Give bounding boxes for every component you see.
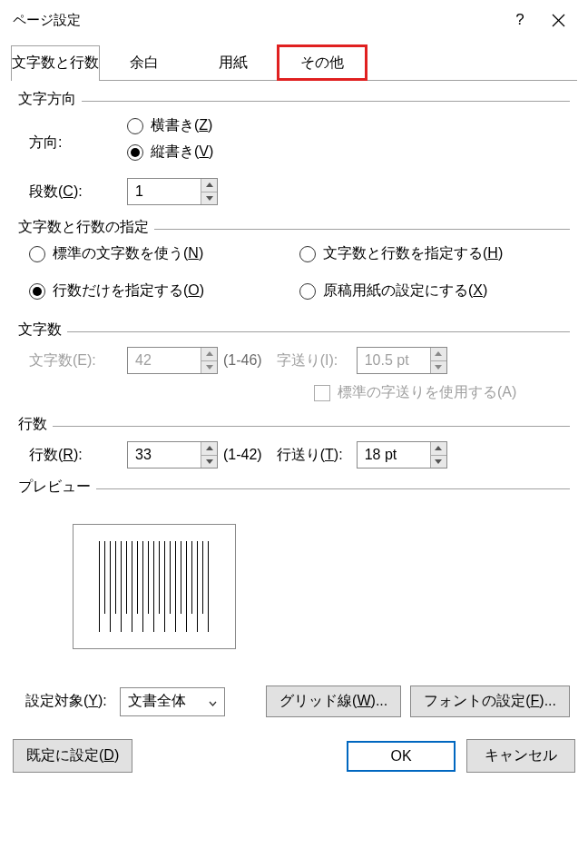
dialog-title: ページ設定 — [13, 12, 501, 29]
section-lines-header: 行数 — [18, 415, 570, 434]
tab-chars-lines[interactable]: 文字数と行数 — [11, 45, 100, 80]
radio-vertical-label: 縦書き(V) — [151, 143, 213, 162]
char-count-spinner — [127, 347, 218, 374]
grid-lines-button[interactable]: グリッド線(W)... — [266, 686, 401, 717]
columns-label: 段数(C): — [29, 182, 127, 202]
spinner-up-button[interactable] — [431, 442, 446, 456]
svg-marker-7 — [435, 365, 442, 370]
char-pitch-input — [358, 348, 430, 373]
section-preview-label: プレビュー — [18, 478, 96, 497]
apply-to-label: 設定対象(Y): — [25, 692, 107, 711]
spinner-down-button[interactable] — [201, 192, 217, 205]
line-count-label: 行数(R): — [29, 446, 127, 465]
spinner-up-button — [431, 348, 446, 361]
columns-spinner[interactable] — [127, 178, 218, 205]
line-pitch-spinner[interactable] — [357, 441, 447, 469]
line-pitch-input[interactable] — [358, 442, 430, 468]
apply-to-select[interactable]: 文書全体 — [120, 687, 225, 716]
spinner-down-button[interactable] — [201, 456, 217, 469]
radio-icon — [299, 246, 316, 262]
columns-input[interactable] — [128, 179, 201, 204]
svg-marker-3 — [206, 196, 213, 201]
chevron-down-icon — [205, 694, 220, 709]
font-settings-button[interactable]: フォントの設定(F)... — [410, 686, 570, 717]
char-pitch-spinner — [357, 347, 447, 374]
divider — [53, 426, 570, 427]
section-spec-header: 文字数と行数の指定 — [18, 218, 570, 237]
use-standard-pitch-label: 標準の字送りを使用する(A) — [338, 383, 516, 402]
use-standard-pitch-checkbox — [314, 385, 330, 401]
divider — [154, 229, 570, 230]
cancel-button[interactable]: キャンセル — [466, 739, 575, 773]
section-preview-header: プレビュー — [18, 478, 570, 497]
tab-paper[interactable]: 用紙 — [189, 45, 278, 80]
dialog-footer: 既定に設定(D) OK キャンセル — [0, 730, 588, 782]
radio-horizontal[interactable]: 横書き(Z) — [127, 116, 570, 135]
section-direction-label: 文字方向 — [18, 90, 82, 109]
preview-box — [73, 524, 236, 649]
radio-grid-paper-label: 原稿用紙の設定にする(X) — [323, 281, 487, 301]
radio-icon — [29, 246, 45, 262]
radio-vertical[interactable]: 縦書き(V) — [127, 143, 570, 162]
char-count-label: 文字数(E): — [29, 351, 127, 370]
section-direction-header: 文字方向 — [18, 90, 570, 109]
svg-marker-4 — [206, 351, 213, 356]
radio-lines-only[interactable]: 行数だけを指定する(O) — [29, 281, 299, 301]
divider — [82, 101, 570, 102]
close-icon — [552, 14, 565, 27]
spinner-down-button — [431, 361, 446, 374]
apply-to-value: 文書全体 — [128, 692, 205, 711]
set-default-button[interactable]: 既定に設定(D) — [13, 739, 132, 773]
spinner-down-button — [201, 361, 217, 374]
help-button[interactable]: ? — [501, 7, 539, 33]
spinner-up-button[interactable] — [201, 179, 217, 192]
radio-icon — [29, 283, 45, 300]
svg-marker-8 — [206, 446, 213, 450]
char-count-range: (1-46) — [223, 352, 262, 369]
char-count-input — [128, 348, 201, 373]
spinner-up-button[interactable] — [201, 442, 217, 456]
radio-lines-only-label: 行数だけを指定する(O) — [53, 281, 204, 301]
radio-standard-label: 標準の文字数を使う(N) — [53, 244, 203, 263]
svg-marker-5 — [206, 365, 213, 370]
spinner-up-button — [201, 348, 217, 361]
svg-marker-11 — [435, 459, 442, 464]
line-count-range: (1-42) — [223, 447, 262, 463]
radio-specify[interactable]: 文字数と行数を指定する(H) — [299, 244, 570, 263]
section-chars-header: 文字数 — [18, 321, 570, 340]
radio-icon — [127, 118, 143, 134]
section-chars-label: 文字数 — [18, 321, 67, 340]
radio-icon — [127, 144, 143, 161]
section-lines-label: 行数 — [18, 415, 53, 434]
divider — [96, 488, 570, 489]
ok-button[interactable]: OK — [347, 741, 456, 772]
divider — [67, 331, 570, 332]
radio-icon — [299, 283, 316, 300]
line-count-spinner[interactable] — [127, 441, 218, 469]
direction-label: 方向: — [29, 133, 127, 153]
tab-strip: 文字数と行数 余白 用紙 その他 — [11, 45, 577, 81]
titlebar: ページ設定 ? — [0, 0, 588, 40]
radio-specify-label: 文字数と行数を指定する(H) — [323, 244, 503, 263]
radio-standard[interactable]: 標準の文字数を使う(N) — [29, 244, 299, 263]
svg-marker-2 — [206, 182, 213, 187]
svg-marker-9 — [206, 459, 213, 464]
close-button[interactable] — [539, 7, 577, 33]
tab-other[interactable]: その他 — [278, 45, 367, 80]
section-spec-label: 文字数と行数の指定 — [18, 218, 154, 237]
spinner-down-button[interactable] — [431, 456, 446, 469]
svg-marker-6 — [435, 351, 442, 356]
char-pitch-label: 字送り(I): — [277, 351, 357, 370]
radio-grid-paper[interactable]: 原稿用紙の設定にする(X) — [299, 281, 570, 301]
line-count-input[interactable] — [128, 442, 201, 468]
tab-margins[interactable]: 余白 — [100, 45, 189, 80]
radio-horizontal-label: 横書き(Z) — [151, 116, 212, 135]
svg-marker-10 — [435, 446, 442, 450]
line-pitch-label: 行送り(T): — [277, 446, 357, 465]
